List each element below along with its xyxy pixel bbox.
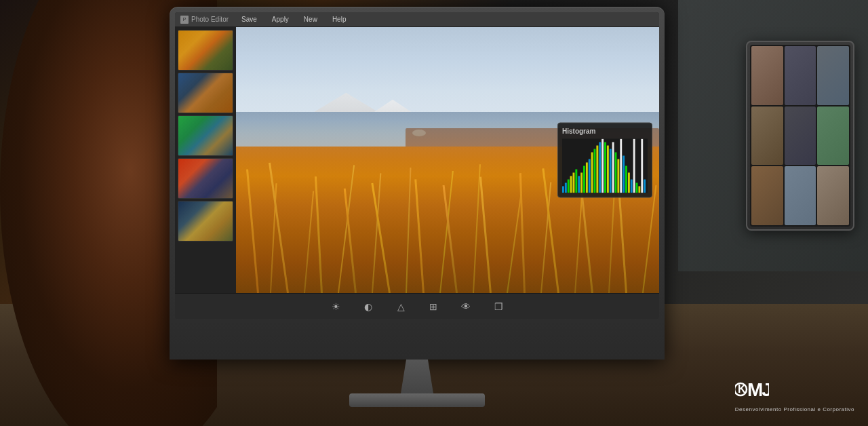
tablet-device [746, 41, 854, 231]
svg-rect-18 [610, 149, 612, 193]
tool-preview[interactable]: 👁 [456, 297, 475, 316]
thumbnail-1[interactable] [178, 30, 233, 71]
svg-rect-4 [573, 173, 575, 193]
editor-ui: P Photo Editor Save Apply New Help [175, 12, 659, 319]
tool-crop[interactable]: ⊞ [424, 297, 443, 316]
svg-rect-28 [636, 183, 638, 193]
svg-rect-31 [644, 180, 646, 193]
toolbar: ☀ ◐ △ ⊞ 👁 ❐ [175, 293, 659, 319]
histogram-panel: Histogram [557, 123, 652, 198]
tablet-thumb-9 [817, 166, 849, 225]
tablet-thumb-2 [785, 46, 816, 105]
tablet-thumb-5 [785, 106, 816, 166]
kmj-branding: K MJ Desenvolvimento Profissional e Corp… [735, 374, 854, 412]
svg-rect-30 [641, 139, 643, 193]
svg-rect-19 [612, 142, 614, 193]
tablet-thumb-3 [817, 46, 849, 105]
app-title: Photo Editor [191, 16, 229, 23]
tablet-thumb-6 [817, 106, 849, 166]
svg-rect-23 [623, 156, 625, 193]
tablet-thumb-8 [785, 166, 816, 225]
thumbnail-4[interactable] [178, 158, 233, 199]
editor-main: Histogram [175, 27, 659, 293]
svg-rect-21 [617, 159, 619, 193]
monitor-bezel: P Photo Editor Save Apply New Help [170, 7, 665, 360]
svg-rect-15 [601, 139, 604, 193]
svg-rect-0 [562, 187, 564, 193]
svg-rect-7 [580, 173, 583, 193]
svg-rect-10 [589, 159, 591, 193]
thumbnail-panel [175, 27, 236, 293]
svg-rect-25 [628, 173, 630, 193]
histogram-chart [562, 139, 648, 193]
svg-text:MJ: MJ [747, 379, 769, 400]
thumbnail-2[interactable] [178, 73, 233, 113]
kmj-logo-svg: K MJ [735, 374, 769, 405]
svg-rect-26 [631, 180, 633, 193]
monitor-screen: P Photo Editor Save Apply New Help [175, 12, 659, 319]
tool-layers[interactable]: ❐ [489, 297, 508, 316]
menu-help[interactable]: Help [330, 15, 349, 24]
svg-rect-27 [633, 139, 635, 193]
svg-rect-16 [604, 142, 606, 193]
menu-new[interactable]: New [302, 15, 319, 24]
svg-rect-20 [615, 153, 617, 193]
svg-rect-24 [625, 166, 627, 193]
monitor-base [349, 393, 485, 407]
thumbnail-3[interactable] [178, 115, 233, 156]
app-logo-icon: P [180, 16, 189, 24]
svg-rect-3 [570, 176, 572, 193]
kmj-subtitle: Desenvolvimento Profissional e Corporati… [735, 406, 854, 412]
tablet-screen [750, 45, 850, 227]
svg-rect-5 [575, 170, 577, 193]
svg-rect-13 [596, 146, 598, 193]
svg-rect-6 [578, 176, 580, 193]
svg-rect-14 [599, 142, 601, 193]
tool-contrast[interactable]: ◐ [359, 297, 378, 316]
menu-save[interactable]: Save [239, 15, 259, 24]
main-photo: Histogram [236, 27, 659, 293]
svg-rect-9 [586, 163, 588, 193]
histogram-svg [562, 139, 648, 193]
svg-rect-29 [638, 187, 640, 193]
kmj-logo-symbol: K MJ [735, 374, 854, 405]
tool-brightness[interactable]: ☀ [326, 297, 345, 316]
svg-rect-2 [568, 180, 570, 193]
menubar: P Photo Editor Save Apply New Help [175, 12, 659, 27]
thumbnail-5[interactable] [178, 201, 233, 241]
svg-rect-12 [594, 149, 596, 193]
svg-rect-8 [583, 166, 585, 193]
tablet-thumb-4 [751, 106, 783, 166]
svg-rect-11 [591, 153, 593, 193]
main-image-area: Histogram [236, 27, 659, 293]
svg-rect-22 [620, 139, 622, 193]
tablet-bezel [746, 41, 854, 231]
svg-rect-1 [565, 183, 567, 193]
app-logo: P Photo Editor [180, 16, 229, 24]
main-monitor: P Photo Editor Save Apply New Help [170, 7, 665, 360]
tool-exposure[interactable]: △ [391, 297, 410, 316]
tablet-thumb-1 [751, 46, 783, 105]
svg-rect-17 [607, 146, 609, 193]
tablet-thumb-7 [751, 166, 783, 225]
histogram-title: Histogram [562, 128, 648, 135]
menu-apply[interactable]: Apply [270, 15, 291, 24]
